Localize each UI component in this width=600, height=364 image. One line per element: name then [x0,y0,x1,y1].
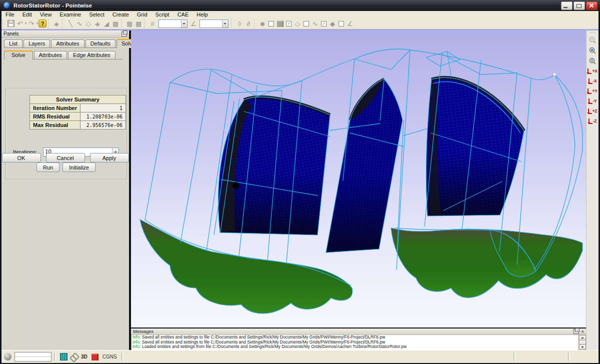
iteration-number-value: 1 [80,104,126,112]
show-spacings-checkbox[interactable] [338,21,344,26]
view-minus-x-button[interactable]: -X [587,76,598,86]
create-curve-icon[interactable]: ∿ [75,19,84,28]
show-domains-checkbox[interactable]: ✓ [286,21,292,26]
spacing-combo[interactable] [200,20,228,28]
tab-defaults[interactable]: Defaults [86,40,116,48]
dimension-combo[interactable] [158,20,188,28]
show-connectors-checkbox[interactable] [304,21,309,26]
menu-cae[interactable]: CAE [174,11,193,18]
grid-mode-icon[interactable] [60,353,68,360]
messages-panel: Messages × Info: Saved all entities and … [131,328,586,350]
menu-file[interactable]: File [2,11,18,18]
selected-point[interactable] [232,182,240,189]
tab-layers[interactable]: Layers [24,40,50,48]
cae-solver-label[interactable]: CGNS [102,354,117,360]
layers-icon[interactable]: ◈ [52,19,61,28]
menu-create[interactable]: Create [108,11,133,18]
block-shaded-icon[interactable] [276,19,284,28]
menu-script[interactable]: Script [152,11,174,18]
apply-button[interactable]: Apply [90,153,129,162]
create-connector-icon[interactable]: ╲ [66,19,75,28]
view-minus-y-button[interactable]: -Y [587,96,598,106]
close-messages-icon[interactable]: × [581,330,584,334]
panels-header[interactable]: Panels [2,30,129,38]
connector-display-icon[interactable]: ∿ [310,19,320,28]
toolbar-separator [121,19,124,28]
run-button[interactable]: Run [36,162,60,172]
statusbar-divider [568,352,570,361]
axis-icon [588,98,592,104]
subtab-edge-attributes[interactable]: Edge Attributes [68,51,116,59]
toolbar-separator [254,19,257,28]
viewport-3d[interactable] [131,30,586,328]
ok-button[interactable]: OK [2,153,41,162]
view-minus-z-button[interactable]: -Z [587,116,598,126]
zoom-to-fit-icon[interactable] [588,45,598,56]
title-bar[interactable]: RotorStatorRotor - Pointwise [0,0,600,11]
statusbar-divider [122,352,124,361]
statusbar-divider [514,352,516,361]
spacing-display-icon[interactable]: ∠ [346,19,354,28]
tab-list[interactable]: List [4,40,22,48]
connector-mode-icon[interactable] [70,354,78,360]
initialize-button[interactable]: Initialize [62,162,96,172]
show-database-checkbox[interactable]: ✓ [321,21,326,26]
cae-solver-icon[interactable] [92,354,98,360]
menu-examine[interactable]: Examine [56,11,85,18]
dimension-mode-label[interactable]: 3D [81,354,88,360]
float-panel-icon[interactable] [122,32,127,36]
undo-icon[interactable]: ↶ [16,19,24,28]
view-plus-y-button[interactable]: +Y [587,86,598,96]
menu-edit[interactable]: Edit [18,11,36,18]
menu-select[interactable]: Select [85,11,108,18]
create-block-icon[interactable]: ▩ [111,19,120,28]
restore-button[interactable] [574,2,585,10]
derivative-icon[interactable]: ∂ [244,19,253,28]
create-structured-domain-icon[interactable]: ◈ [93,19,102,28]
dimension-icon[interactable]: # [148,19,157,28]
show-blocks-checkbox[interactable] [268,21,274,26]
axis-icon [588,108,592,114]
toolbar-separator [144,19,147,28]
float-messages-icon[interactable] [574,329,579,334]
max-residual-value: 2.956576e-06 [80,121,126,130]
structured-grid-icon[interactable]: ▦ [125,19,134,28]
create-domain-icon[interactable]: ◇ [84,19,93,28]
view-plus-x-button[interactable]: +X [587,66,598,76]
cancel-button[interactable]: Cancel [46,153,85,162]
zoom-actual-icon[interactable] [588,56,598,66]
solve-surface-icon[interactable]: ◊ [235,19,244,28]
panels-title: Panels [4,31,19,36]
progress-indicator [14,352,52,362]
minimize-button[interactable] [561,2,572,10]
close-button[interactable] [586,2,598,10]
messages-log[interactable]: Info: Saved all entities and settings to… [131,335,586,350]
zoom-out-icon[interactable] [588,34,598,45]
subtab-attributes[interactable]: Attributes [34,51,67,59]
iteration-number-label: Iteration Number [30,104,80,112]
menu-view[interactable]: View [36,11,56,18]
combo-dropdown-icon [181,20,187,28]
unstructured-grid-icon[interactable]: ▩ [134,19,143,28]
axis-icon [588,68,592,74]
domain-shaded-icon[interactable]: ◇ [293,19,302,28]
combo-dropdown-icon [222,20,228,28]
create-surface-icon[interactable]: ◢ [102,19,111,28]
menu-grid[interactable]: Grid [133,11,152,18]
subtab-solve[interactable]: Solve [4,50,33,60]
menu-help[interactable]: Help [192,11,212,18]
database-display-icon[interactable]: ◆ [328,19,337,28]
axis-icon [588,118,592,124]
view-plus-z-button[interactable]: +Z [587,106,598,116]
spacing-icon[interactable]: ∠ [189,19,198,28]
scroll-down-icon[interactable] [579,344,586,350]
tab-attributes[interactable]: Attributes [51,40,84,48]
save-icon[interactable] [6,19,16,28]
messages-header[interactable]: Messages × [131,328,586,335]
help-icon[interactable]: ? [38,19,47,28]
redo-icon[interactable]: ↷ [27,19,36,28]
toolbar-separator [62,19,65,28]
display-mask-icon[interactable]: ☻ [258,19,267,28]
axis-icon [588,78,592,84]
messages-scrollbar[interactable] [578,335,586,350]
